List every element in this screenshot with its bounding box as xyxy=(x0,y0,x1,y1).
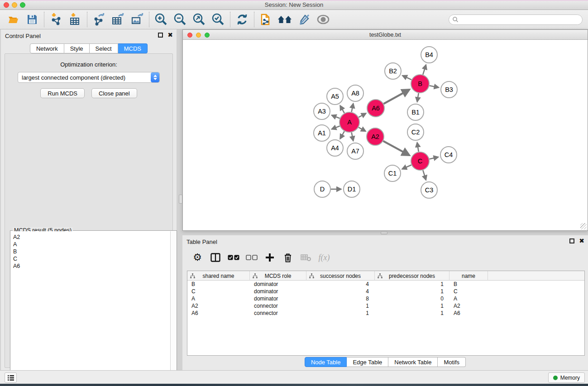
cell-name[interactable]: A6 xyxy=(449,310,488,317)
search-field[interactable] xyxy=(449,14,583,25)
graph-node-A7[interactable]: A7 xyxy=(347,143,363,159)
tab-motifs[interactable]: Motifs xyxy=(438,357,466,367)
edge-C-C4[interactable] xyxy=(429,157,438,159)
cell-shared-name[interactable]: A2 xyxy=(187,302,250,310)
tab-network-table[interactable]: Network Table xyxy=(388,357,438,367)
tab-select[interactable]: Select xyxy=(90,43,118,53)
graph-node-D[interactable]: D xyxy=(314,181,330,197)
network-window-titlebar[interactable]: testGlobe.txt xyxy=(183,30,588,40)
column-header-shared-name[interactable]: shared name xyxy=(187,271,250,281)
cell-predecessor-nodes[interactable]: 1 xyxy=(375,310,449,317)
open-session-icon[interactable] xyxy=(4,11,23,28)
float-panel-icon[interactable] xyxy=(158,33,163,38)
import-network-icon[interactable] xyxy=(47,11,66,28)
table-row[interactable]: A6connector11A6 xyxy=(187,310,584,317)
save-session-icon[interactable] xyxy=(23,11,42,28)
edge-B-B2[interactable] xyxy=(402,76,411,80)
edge-A-A3[interactable] xyxy=(332,115,340,119)
graph-node-A1[interactable]: A1 xyxy=(314,125,330,141)
splitter-grip-horizontal[interactable] xyxy=(381,231,387,234)
cell-MCDS-role[interactable]: connector xyxy=(250,302,306,310)
cell-shared-name[interactable]: A xyxy=(187,295,250,302)
graph-node-D1[interactable]: D1 xyxy=(344,181,360,197)
column-header-MCDS-role[interactable]: MCDS role xyxy=(250,271,306,281)
cell-predecessor-nodes[interactable]: 0 xyxy=(375,295,449,302)
export-table-icon[interactable] xyxy=(109,11,128,28)
tab-network[interactable]: Network xyxy=(30,43,64,53)
table-row[interactable]: Adominator80A xyxy=(187,295,584,302)
edge-A-A7[interactable] xyxy=(352,133,354,141)
deselect-all-columns-icon[interactable] xyxy=(246,252,258,263)
zoom-selected-icon[interactable] xyxy=(209,11,228,28)
cell-name[interactable]: C xyxy=(449,288,488,295)
cell-successor-nodes[interactable]: 4 xyxy=(306,281,375,288)
delete-column-trash-icon[interactable] xyxy=(282,252,294,263)
refresh-layout-icon[interactable] xyxy=(233,11,252,28)
graph-node-A8[interactable]: A8 xyxy=(347,85,363,101)
criterion-dropdown[interactable]: largest connected component (directed) xyxy=(18,72,160,83)
cell-predecessor-nodes[interactable]: 1 xyxy=(375,302,449,310)
cell-successor-nodes[interactable]: 1 xyxy=(306,302,375,310)
show-columns-icon[interactable] xyxy=(210,252,221,263)
export-network-icon[interactable] xyxy=(90,11,109,28)
create-column-plus-icon[interactable] xyxy=(264,252,276,263)
memory-button[interactable]: Memory xyxy=(548,372,585,383)
first-neighbors-icon[interactable] xyxy=(276,11,295,28)
cell-successor-nodes[interactable]: 1 xyxy=(306,310,375,317)
graph-node-A3[interactable]: A3 xyxy=(314,103,330,119)
zoom-out-icon[interactable] xyxy=(171,11,190,28)
window-resize-grip[interactable] xyxy=(580,223,587,229)
cell-MCDS-role[interactable]: dominator xyxy=(250,295,306,302)
float-table-panel-icon[interactable] xyxy=(569,238,574,243)
splitter-grip-vertical[interactable] xyxy=(179,195,182,204)
edge-A2-C[interactable] xyxy=(383,141,410,155)
graph-node-C1[interactable]: C1 xyxy=(384,165,401,181)
cell-name[interactable]: A2 xyxy=(449,302,488,310)
column-header-successor-nodes[interactable]: successor nodes xyxy=(306,271,375,281)
edge-A-A4[interactable] xyxy=(340,131,344,138)
cell-shared-name[interactable]: A6 xyxy=(187,310,250,317)
close-panel-icon[interactable]: ✖ xyxy=(167,33,173,38)
edge-A-A5[interactable] xyxy=(340,106,344,113)
graph-node-C[interactable]: C xyxy=(411,152,429,170)
import-table-icon[interactable] xyxy=(66,11,85,28)
run-mcds-button[interactable]: Run MCDS xyxy=(40,88,85,98)
graph-node-A[interactable]: A xyxy=(339,112,359,132)
result-item[interactable]: C xyxy=(13,255,170,262)
zoom-fit-icon[interactable] xyxy=(190,11,209,28)
edge-C-C2[interactable] xyxy=(417,143,419,152)
graph-node-B4[interactable]: B4 xyxy=(421,47,437,63)
cell-MCDS-role[interactable]: dominator xyxy=(250,288,306,295)
graph-node-B3[interactable]: B3 xyxy=(441,81,457,98)
graph-node-A5[interactable]: A5 xyxy=(327,88,343,105)
cell-successor-nodes[interactable]: 4 xyxy=(306,288,375,295)
show-hide-graphics-icon[interactable] xyxy=(314,11,333,28)
cell-predecessor-nodes[interactable]: 1 xyxy=(375,288,449,295)
mcds-result-list[interactable]: A2ABCA6 xyxy=(11,231,170,386)
tab-mcds[interactable]: MCDS xyxy=(118,43,148,53)
edge-A-A1[interactable] xyxy=(332,126,340,129)
edge-A-A2[interactable] xyxy=(359,127,365,131)
result-item[interactable]: A xyxy=(13,241,170,248)
search-input[interactable] xyxy=(459,15,582,24)
graph-node-C2[interactable]: C2 xyxy=(407,124,424,140)
graph-node-B2[interactable]: B2 xyxy=(385,63,401,79)
graph-node-C3[interactable]: C3 xyxy=(421,182,437,198)
result-item[interactable]: A2 xyxy=(13,234,170,241)
cell-predecessor-nodes[interactable]: 1 xyxy=(375,281,449,288)
table-row[interactable]: Bdominator41B xyxy=(187,281,584,288)
cell-name[interactable]: B xyxy=(449,281,488,288)
column-header-name[interactable]: name xyxy=(449,271,488,281)
network-canvas[interactable]: B4B2BB3A5A8A6B1A3AC2A1A2A4A7CC4C1C3DD1 xyxy=(183,40,588,230)
table-row[interactable]: A2connector11A2 xyxy=(187,302,584,310)
close-table-panel-icon[interactable]: ✖ xyxy=(579,238,584,243)
zoom-in-icon[interactable] xyxy=(152,11,171,28)
graph-node-A2[interactable]: A2 xyxy=(367,128,384,145)
graph-node-A4[interactable]: A4 xyxy=(327,140,343,156)
graph-node-B1[interactable]: B1 xyxy=(407,104,424,120)
edge-A6-B[interactable] xyxy=(384,90,410,104)
cell-shared-name[interactable]: C xyxy=(187,288,250,295)
graph-node-B[interactable]: B xyxy=(411,75,429,93)
tab-node-table[interactable]: Node Table xyxy=(305,357,347,367)
edge-B-B3[interactable] xyxy=(430,86,439,87)
